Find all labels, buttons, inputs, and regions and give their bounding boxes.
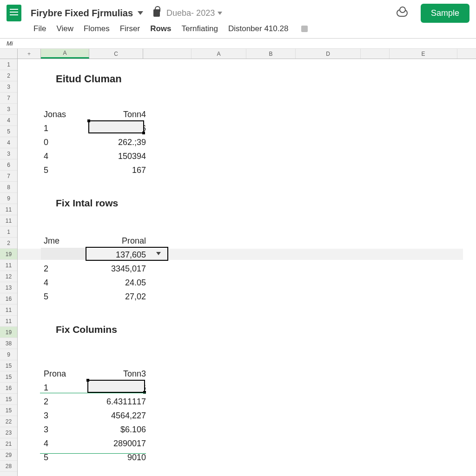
s3-r3-a[interactable]: 3 bbox=[44, 411, 90, 421]
row-header[interactable]: 23 bbox=[0, 427, 17, 438]
grid-body: 1237345436789111112191112131611111938915… bbox=[0, 59, 476, 476]
row-header[interactable]: 15 bbox=[0, 371, 17, 383]
row-header[interactable]: 3 bbox=[0, 81, 17, 93]
row-header[interactable]: 1 bbox=[0, 226, 17, 238]
s3-r2-a[interactable]: 2 bbox=[44, 397, 90, 407]
menu-firser[interactable]: Firser bbox=[120, 24, 140, 33]
menu-rows[interactable]: Rows bbox=[150, 24, 171, 33]
row-header[interactable]: 2 bbox=[0, 70, 17, 81]
s2-r2-b[interactable]: 3345,017 bbox=[90, 264, 146, 274]
row-header[interactable]: 21 bbox=[0, 438, 17, 450]
row-header[interactable]: 16 bbox=[0, 293, 17, 304]
section3-title: Fix Columins bbox=[56, 324, 117, 335]
col-header-blank1[interactable] bbox=[143, 49, 192, 59]
section1-table: Jonas Tonn4 136,)16 0262.;39 4150394 516… bbox=[44, 107, 146, 177]
row-header[interactable]: 19 bbox=[0, 249, 17, 260]
s1-r2-b[interactable]: 262.;39 bbox=[90, 138, 146, 147]
s3-r2-b[interactable]: 6.4311117 bbox=[90, 397, 146, 407]
s1-r3-b[interactable]: 150394 bbox=[90, 152, 146, 161]
s3-r4-a[interactable]: 3 bbox=[44, 425, 90, 435]
s2-r4-a[interactable]: 5 bbox=[44, 292, 90, 302]
row-header[interactable]: 1 bbox=[0, 59, 17, 70]
menu-bar: File View Flomes Firser Rows Ternfiating… bbox=[0, 22, 476, 38]
row-header[interactable]: 15 bbox=[0, 394, 17, 405]
row-header[interactable]: 5 bbox=[0, 126, 17, 137]
row-header[interactable]: 4 bbox=[0, 115, 17, 126]
col-header-a2[interactable]: A bbox=[192, 49, 246, 59]
s3-r4-b[interactable]: $6.106 bbox=[90, 425, 146, 435]
freeze-line bbox=[40, 453, 146, 454]
s3-r3-b[interactable]: 4564,227 bbox=[90, 411, 146, 421]
s2-r2-a[interactable]: 2 bbox=[44, 264, 90, 274]
s2-r4-b[interactable]: 27,02 bbox=[90, 292, 146, 302]
row-header[interactable]: 8 bbox=[0, 182, 17, 193]
row-header[interactable]: 11 bbox=[0, 215, 17, 226]
row-header[interactable]: 6 bbox=[0, 159, 17, 171]
row-header[interactable]: 2 bbox=[0, 238, 17, 249]
s2-r3-a[interactable]: 4 bbox=[44, 278, 90, 288]
row-header[interactable]: 29 bbox=[0, 450, 17, 461]
row-header[interactable]: 28 bbox=[0, 461, 17, 472]
s3-r6-b[interactable]: 9010 bbox=[90, 453, 146, 463]
date-indicator: Dueba- 2023 bbox=[166, 8, 215, 18]
s1-r4-a[interactable]: 5 bbox=[44, 165, 90, 175]
document-title[interactable]: Firybre Fixed Fjrmulias bbox=[31, 8, 133, 19]
row-header[interactable]: 12 bbox=[0, 271, 17, 282]
s3-r5-a[interactable]: 4 bbox=[44, 439, 90, 449]
select-all-corner[interactable] bbox=[0, 49, 18, 59]
row-header-column: 1237345436789111112191112131611111938915… bbox=[0, 59, 18, 476]
row-header[interactable]: 15 bbox=[0, 360, 17, 371]
col-header-e[interactable]: E bbox=[390, 49, 457, 59]
add-column-button[interactable]: + bbox=[18, 49, 41, 59]
cell-highlight bbox=[41, 248, 86, 260]
s3-r6-a[interactable]: 5 bbox=[44, 453, 90, 463]
row-header[interactable]: 11 bbox=[0, 304, 17, 316]
row-header[interactable]: 11 bbox=[0, 316, 17, 327]
row-header[interactable]: 11 bbox=[0, 260, 17, 271]
menu-ternfiating[interactable]: Ternfiating bbox=[181, 24, 218, 33]
row-header[interactable]: 16 bbox=[0, 383, 17, 394]
s3-r1-a[interactable]: 1 bbox=[44, 383, 90, 393]
cloud-sync-icon[interactable] bbox=[397, 9, 408, 17]
cell-dropdown-icon[interactable] bbox=[156, 252, 161, 255]
row-header[interactable]: 7 bbox=[0, 171, 17, 182]
chevron-down-icon[interactable] bbox=[218, 12, 222, 15]
formula-bar[interactable]: Mi bbox=[0, 39, 476, 49]
row-header[interactable]: 38 bbox=[0, 338, 17, 349]
menu-view[interactable]: View bbox=[56, 24, 73, 33]
s1-r4-b[interactable]: 167 bbox=[90, 165, 146, 175]
column-header-row: + A C A B D E bbox=[0, 49, 476, 59]
menu-flomes[interactable]: Flomes bbox=[84, 24, 110, 33]
chevron-down-icon[interactable] bbox=[138, 11, 143, 15]
cell-canvas[interactable]: Eitud Cluman Jonas Tonn4 136,)16 0262.;3… bbox=[18, 59, 476, 476]
row-header[interactable]: 3 bbox=[0, 104, 17, 115]
menu-distonber[interactable]: Distonber 410.28 bbox=[228, 24, 288, 33]
cell-selection-border bbox=[88, 120, 144, 133]
col-header-a[interactable]: A bbox=[41, 49, 89, 59]
s2-r3-b[interactable]: 24.05 bbox=[90, 278, 146, 288]
s1-r2-a[interactable]: 0 bbox=[44, 138, 90, 147]
s2-col-b-header: Pronal bbox=[90, 236, 146, 246]
row-header[interactable]: 13 bbox=[0, 282, 17, 293]
row-header[interactable]: 9 bbox=[0, 193, 17, 204]
row-header[interactable]: 4 bbox=[0, 137, 17, 148]
row-header[interactable]: 3 bbox=[0, 148, 17, 159]
freeze-line bbox=[40, 393, 146, 393]
col-header-d[interactable]: D bbox=[296, 49, 361, 59]
s1-r3-a[interactable]: 4 bbox=[44, 152, 90, 161]
row-header[interactable]: 9 bbox=[0, 349, 17, 360]
col-header-b[interactable]: B bbox=[246, 49, 296, 59]
s3-r5-b[interactable]: 2890017 bbox=[90, 439, 146, 449]
sample-button[interactable]: Sample bbox=[421, 4, 469, 23]
row-header[interactable]: 19 bbox=[0, 327, 17, 338]
col-header-c[interactable]: C bbox=[89, 49, 143, 59]
doc-status-icon bbox=[301, 26, 308, 32]
row-header[interactable]: 7 bbox=[0, 93, 17, 104]
col-header-blank2[interactable] bbox=[361, 49, 390, 59]
row-header[interactable]: 15 bbox=[0, 405, 17, 416]
lock-icon bbox=[153, 9, 160, 17]
row-header[interactable]: 11 bbox=[0, 204, 17, 215]
row-header[interactable]: 22 bbox=[0, 416, 17, 427]
menu-file[interactable]: File bbox=[33, 24, 46, 33]
s1-r1-a[interactable]: 1 bbox=[44, 124, 90, 133]
